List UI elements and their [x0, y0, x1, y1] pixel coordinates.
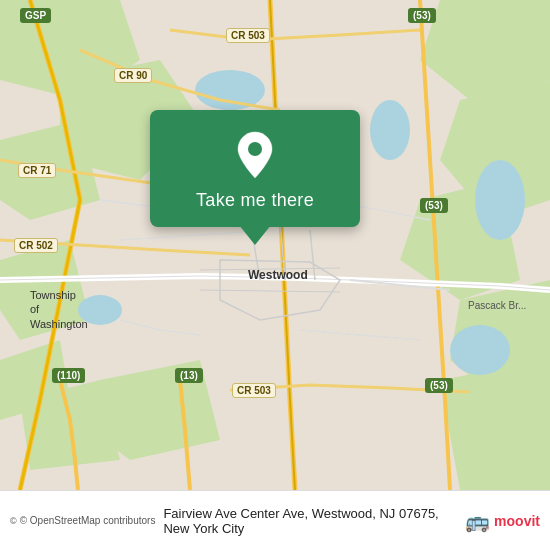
cr90-label: CR 90: [114, 68, 152, 83]
moovit-logo: 🚌 moovit: [465, 509, 540, 533]
svg-point-16: [450, 325, 510, 375]
osm-logo: ©: [10, 516, 17, 526]
svg-marker-11: [440, 360, 550, 490]
cr503-btm-label: CR 503: [232, 383, 276, 398]
westwood-label: Westwood: [248, 268, 308, 282]
svg-point-13: [195, 70, 265, 110]
township-label: Township of Washington: [30, 288, 88, 331]
cr71-label: CR 71: [18, 163, 56, 178]
route13-label: (13): [175, 368, 203, 383]
bottom-bar: © © OpenStreetMap contributors Fairview …: [0, 490, 550, 550]
route53-mid-label: (53): [420, 198, 448, 213]
svg-point-18: [248, 142, 262, 156]
osm-credit-text: © OpenStreetMap contributors: [20, 515, 156, 526]
location-pin-icon: [230, 130, 280, 180]
cr503-top-label: CR 503: [226, 28, 270, 43]
cr502-label: CR 502: [14, 238, 58, 253]
svg-point-15: [475, 160, 525, 240]
location-card: Take me there: [150, 110, 360, 227]
pascack-label: Pascack Br...: [468, 300, 526, 311]
take-me-there-button[interactable]: Take me there: [196, 190, 314, 211]
svg-point-14: [370, 100, 410, 160]
route53-top-label: (53): [408, 8, 436, 23]
route53-btm-label: (53): [425, 378, 453, 393]
moovit-label: moovit: [494, 513, 540, 529]
route110-label: (110): [52, 368, 85, 383]
gsp-label: GSP: [20, 8, 51, 23]
moovit-icon: 🚌: [465, 509, 490, 533]
map-container: CR 503 CR 90 CR 71 CR 502 CR 503 GSP (53…: [0, 0, 550, 490]
osm-credit: © © OpenStreetMap contributors: [10, 515, 155, 526]
address-text: Fairview Ave Center Ave, Westwood, NJ 07…: [163, 506, 465, 536]
